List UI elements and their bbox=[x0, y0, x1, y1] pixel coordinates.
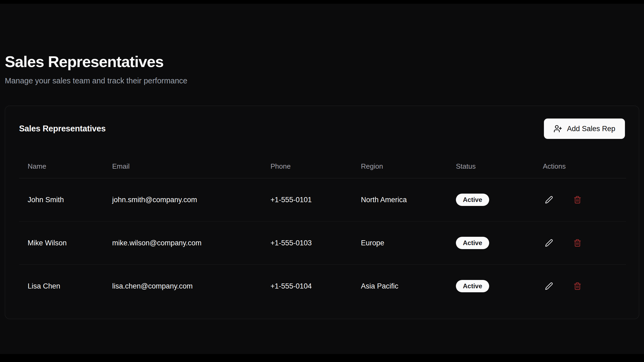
cell-region: Asia Pacific bbox=[352, 265, 447, 308]
table-row: Mike Wilson mike.wilson@company.com +1-5… bbox=[19, 221, 626, 265]
delete-button[interactable] bbox=[571, 194, 584, 206]
table-row: Lisa Chen lisa.chen@company.com +1-555-0… bbox=[19, 265, 626, 308]
column-header-name: Name bbox=[19, 155, 104, 178]
cell-name: Lisa Chen bbox=[19, 265, 104, 308]
cell-region: North America bbox=[352, 178, 447, 221]
sales-reps-card: Sales Representatives Add Sales Rep bbox=[5, 106, 639, 319]
column-header-phone: Phone bbox=[262, 155, 352, 178]
cell-email: lisa.chen@company.com bbox=[104, 265, 262, 308]
cell-phone: +1-555-0104 bbox=[262, 265, 352, 308]
cell-actions bbox=[534, 178, 626, 221]
trash-icon bbox=[573, 196, 581, 204]
add-sales-rep-label: Add Sales Rep bbox=[567, 125, 615, 133]
page-subtitle: Manage your sales team and track their p… bbox=[5, 76, 639, 85]
column-header-actions: Actions bbox=[534, 155, 626, 178]
cell-region: Europe bbox=[352, 221, 447, 265]
pencil-icon bbox=[545, 196, 553, 204]
status-badge: Active bbox=[456, 237, 489, 249]
cell-status: Active bbox=[447, 265, 534, 308]
cell-actions bbox=[534, 221, 626, 265]
cell-status: Active bbox=[447, 178, 534, 221]
cell-actions bbox=[534, 265, 626, 308]
add-sales-rep-button[interactable]: Add Sales Rep bbox=[544, 119, 625, 139]
column-header-email: Email bbox=[104, 155, 262, 178]
column-header-status: Status bbox=[447, 155, 534, 178]
sales-reps-table: Name Email Phone Region Status Actions J… bbox=[19, 155, 626, 308]
card-title: Sales Representatives bbox=[19, 124, 106, 134]
page: Sales Representatives Manage your sales … bbox=[0, 0, 644, 319]
cell-email: john.smith@company.com bbox=[104, 178, 262, 221]
edit-button[interactable] bbox=[543, 280, 555, 292]
user-plus-icon bbox=[554, 124, 562, 133]
cell-status: Active bbox=[447, 221, 534, 265]
delete-button[interactable] bbox=[571, 280, 584, 292]
pencil-icon bbox=[545, 239, 553, 247]
table-row: John Smith john.smith@company.com +1-555… bbox=[19, 178, 626, 221]
card-header: Sales Representatives Add Sales Rep bbox=[19, 118, 625, 139]
delete-button[interactable] bbox=[571, 237, 584, 249]
cell-name: Mike Wilson bbox=[19, 221, 104, 265]
cell-name: John Smith bbox=[19, 178, 104, 221]
cell-email: mike.wilson@company.com bbox=[104, 221, 262, 265]
status-badge: Active bbox=[456, 280, 489, 292]
edit-button[interactable] bbox=[543, 237, 555, 249]
edit-button[interactable] bbox=[543, 194, 555, 206]
table-header-row: Name Email Phone Region Status Actions bbox=[19, 155, 626, 178]
column-header-region: Region bbox=[352, 155, 447, 178]
pencil-icon bbox=[545, 282, 553, 290]
page-title: Sales Representatives bbox=[5, 53, 639, 71]
trash-icon bbox=[573, 282, 581, 290]
cell-phone: +1-555-0103 bbox=[262, 221, 352, 265]
trash-icon bbox=[573, 239, 581, 247]
cell-phone: +1-555-0101 bbox=[262, 178, 352, 221]
status-badge: Active bbox=[456, 194, 489, 206]
